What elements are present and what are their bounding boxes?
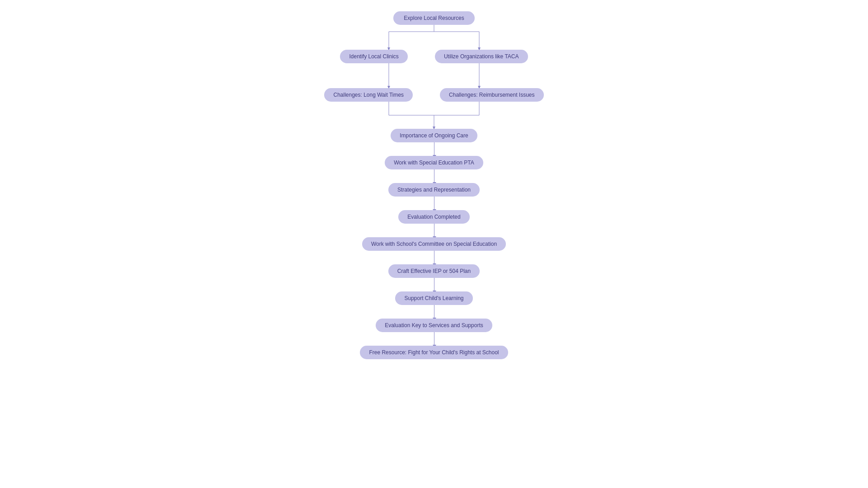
node-identify: Identify Local Clinics: [340, 50, 407, 63]
node-challenges-wait: Challenges: Long Wait Times: [324, 88, 413, 102]
node-free-resource: Free Resource: Fight for Your Child's Ri…: [360, 346, 508, 359]
node-eval-key: Evaluation Key to Services and Supports: [376, 319, 492, 332]
node-strategies: Strategies and Representation: [388, 183, 480, 197]
node-challenges-reimb: Challenges: Reimbursement Issues: [440, 88, 543, 102]
node-explore: Explore Local Resources: [393, 11, 475, 25]
branch-svg-1: [357, 25, 511, 50]
node-eval-completed: Evaluation Completed: [398, 210, 469, 224]
node-work-school: Work with School's Committee on Special …: [362, 237, 506, 251]
diagram-container: Explore Local Resources Identify Local C…: [0, 0, 868, 488]
branch-svg-2: [357, 63, 511, 88]
node-ongoing: Importance of Ongoing Care: [391, 129, 477, 142]
converge-svg: [357, 102, 511, 129]
node-craft: Craft Effective IEP or 504 Plan: [388, 264, 480, 278]
node-utilize: Utilize Organizations like TACA: [435, 50, 528, 63]
node-work-pta: Work with Special Education PTA: [385, 156, 483, 169]
node-support: Support Child's Learning: [395, 291, 472, 305]
